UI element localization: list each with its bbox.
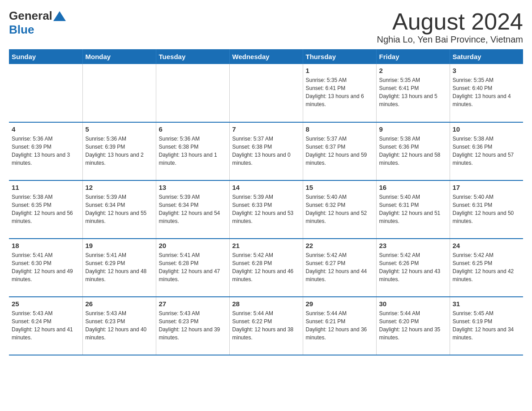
day-number: 24 — [453, 242, 521, 249]
day-number: 17 — [453, 184, 521, 191]
day-info: Sunrise: 5:42 AM Sunset: 6:27 PM Dayligh… — [306, 251, 373, 283]
day-info: Sunrise: 5:36 AM Sunset: 6:39 PM Dayligh… — [86, 135, 153, 167]
header-day-saturday: Saturday — [450, 49, 523, 64]
calendar-body: 1Sunrise: 5:35 AM Sunset: 6:41 PM Daylig… — [9, 64, 523, 355]
day-cell: 28Sunrise: 5:44 AM Sunset: 6:22 PM Dayli… — [229, 297, 303, 355]
day-cell: 19Sunrise: 5:41 AM Sunset: 6:29 PM Dayli… — [82, 239, 156, 297]
day-cell: 21Sunrise: 5:42 AM Sunset: 6:28 PM Dayli… — [229, 239, 303, 297]
day-number: 12 — [86, 184, 153, 191]
header: General Blue August 2024 Nghia Lo, Yen B… — [9, 9, 523, 45]
calendar-header: SundayMondayTuesdayWednesdayThursdayFrid… — [9, 49, 523, 64]
day-number: 10 — [453, 125, 521, 133]
day-number: 13 — [159, 184, 227, 191]
day-cell: 16Sunrise: 5:40 AM Sunset: 6:31 PM Dayli… — [376, 180, 450, 239]
header-row: SundayMondayTuesdayWednesdayThursdayFrid… — [9, 49, 523, 64]
header-day-monday: Monday — [82, 49, 156, 64]
day-info: Sunrise: 5:41 AM Sunset: 6:29 PM Dayligh… — [86, 251, 153, 283]
day-info: Sunrise: 5:35 AM Sunset: 6:41 PM Dayligh… — [306, 76, 373, 108]
day-number: 19 — [86, 242, 153, 249]
day-cell: 9Sunrise: 5:38 AM Sunset: 6:36 PM Daylig… — [376, 122, 450, 180]
day-info: Sunrise: 5:42 AM Sunset: 6:25 PM Dayligh… — [453, 251, 521, 283]
day-info: Sunrise: 5:44 AM Sunset: 6:21 PM Dayligh… — [306, 309, 373, 342]
day-cell: 22Sunrise: 5:42 AM Sunset: 6:27 PM Dayli… — [303, 239, 376, 297]
month-title: August 2024 — [377, 9, 523, 34]
day-info: Sunrise: 5:42 AM Sunset: 6:28 PM Dayligh… — [232, 251, 300, 283]
day-cell: 17Sunrise: 5:40 AM Sunset: 6:31 PM Dayli… — [450, 180, 523, 239]
day-info: Sunrise: 5:36 AM Sunset: 6:38 PM Dayligh… — [159, 135, 227, 167]
title-area: August 2024 Nghia Lo, Yen Bai Province, … — [377, 9, 523, 45]
day-cell: 1Sunrise: 5:35 AM Sunset: 6:41 PM Daylig… — [303, 64, 376, 122]
day-number: 1 — [306, 67, 373, 74]
day-cell: 31Sunrise: 5:45 AM Sunset: 6:19 PM Dayli… — [450, 297, 523, 355]
day-info: Sunrise: 5:35 AM Sunset: 6:41 PM Dayligh… — [379, 76, 447, 108]
day-cell: 26Sunrise: 5:43 AM Sunset: 6:23 PM Dayli… — [82, 297, 156, 355]
week-row-2: 4Sunrise: 5:36 AM Sunset: 6:39 PM Daylig… — [9, 122, 523, 180]
day-cell — [82, 64, 156, 122]
day-info: Sunrise: 5:43 AM Sunset: 6:23 PM Dayligh… — [159, 309, 227, 342]
day-info: Sunrise: 5:39 AM Sunset: 6:33 PM Dayligh… — [232, 193, 300, 225]
header-day-sunday: Sunday — [9, 49, 82, 64]
day-cell: 30Sunrise: 5:44 AM Sunset: 6:20 PM Dayli… — [376, 297, 450, 355]
header-day-thursday: Thursday — [303, 49, 376, 64]
day-cell: 25Sunrise: 5:43 AM Sunset: 6:24 PM Dayli… — [9, 297, 82, 355]
day-cell: 20Sunrise: 5:41 AM Sunset: 6:28 PM Dayli… — [156, 239, 229, 297]
day-cell: 8Sunrise: 5:37 AM Sunset: 6:37 PM Daylig… — [303, 122, 376, 180]
header-day-wednesday: Wednesday — [229, 49, 303, 64]
day-number: 8 — [306, 125, 373, 133]
logo-general-text: General — [9, 9, 52, 23]
day-cell: 18Sunrise: 5:41 AM Sunset: 6:30 PM Dayli… — [9, 239, 82, 297]
week-row-4: 18Sunrise: 5:41 AM Sunset: 6:30 PM Dayli… — [9, 239, 523, 297]
day-info: Sunrise: 5:38 AM Sunset: 6:35 PM Dayligh… — [12, 193, 80, 225]
day-number: 18 — [12, 242, 80, 249]
day-cell: 27Sunrise: 5:43 AM Sunset: 6:23 PM Dayli… — [156, 297, 229, 355]
day-number: 6 — [159, 125, 227, 133]
day-cell: 2Sunrise: 5:35 AM Sunset: 6:41 PM Daylig… — [376, 64, 450, 122]
day-info: Sunrise: 5:40 AM Sunset: 6:32 PM Dayligh… — [306, 193, 373, 225]
day-info: Sunrise: 5:43 AM Sunset: 6:24 PM Dayligh… — [12, 309, 80, 342]
day-info: Sunrise: 5:44 AM Sunset: 6:20 PM Dayligh… — [379, 309, 447, 342]
day-cell — [229, 64, 303, 122]
day-cell: 7Sunrise: 5:37 AM Sunset: 6:38 PM Daylig… — [229, 122, 303, 180]
day-cell — [156, 64, 229, 122]
day-info: Sunrise: 5:38 AM Sunset: 6:36 PM Dayligh… — [379, 135, 447, 167]
week-row-3: 11Sunrise: 5:38 AM Sunset: 6:35 PM Dayli… — [9, 180, 523, 239]
day-number: 31 — [453, 300, 521, 308]
day-cell: 12Sunrise: 5:39 AM Sunset: 6:34 PM Dayli… — [82, 180, 156, 239]
day-number: 25 — [12, 300, 80, 308]
day-info: Sunrise: 5:36 AM Sunset: 6:39 PM Dayligh… — [12, 135, 80, 167]
day-cell: 15Sunrise: 5:40 AM Sunset: 6:32 PM Dayli… — [303, 180, 376, 239]
day-info: Sunrise: 5:43 AM Sunset: 6:23 PM Dayligh… — [86, 309, 153, 342]
day-info: Sunrise: 5:45 AM Sunset: 6:19 PM Dayligh… — [453, 309, 521, 342]
day-cell: 10Sunrise: 5:38 AM Sunset: 6:36 PM Dayli… — [450, 122, 523, 180]
day-number: 3 — [453, 67, 521, 74]
day-info: Sunrise: 5:42 AM Sunset: 6:26 PM Dayligh… — [379, 251, 447, 283]
day-cell: 29Sunrise: 5:44 AM Sunset: 6:21 PM Dayli… — [303, 297, 376, 355]
day-info: Sunrise: 5:38 AM Sunset: 6:36 PM Dayligh… — [453, 135, 521, 167]
week-row-5: 25Sunrise: 5:43 AM Sunset: 6:24 PM Dayli… — [9, 297, 523, 355]
day-number: 14 — [232, 184, 300, 191]
day-info: Sunrise: 5:35 AM Sunset: 6:40 PM Dayligh… — [453, 76, 521, 108]
day-cell: 4Sunrise: 5:36 AM Sunset: 6:39 PM Daylig… — [9, 122, 82, 180]
day-number: 30 — [379, 300, 447, 308]
logo-triangle-icon — [53, 11, 66, 21]
day-number: 23 — [379, 242, 447, 249]
day-number: 9 — [379, 125, 447, 133]
day-info: Sunrise: 5:39 AM Sunset: 6:34 PM Dayligh… — [86, 193, 153, 225]
day-cell: 24Sunrise: 5:42 AM Sunset: 6:25 PM Dayli… — [450, 239, 523, 297]
day-number: 4 — [12, 125, 80, 133]
day-number: 29 — [306, 300, 373, 308]
day-cell: 3Sunrise: 5:35 AM Sunset: 6:40 PM Daylig… — [450, 64, 523, 122]
day-number: 16 — [379, 184, 447, 191]
logo-blue-part — [52, 11, 67, 21]
logo-blue-text: Blue — [9, 23, 34, 37]
day-number: 28 — [232, 300, 300, 308]
day-number: 21 — [232, 242, 300, 249]
header-day-friday: Friday — [376, 49, 450, 64]
day-number: 5 — [86, 125, 153, 133]
day-cell: 5Sunrise: 5:36 AM Sunset: 6:39 PM Daylig… — [82, 122, 156, 180]
day-info: Sunrise: 5:37 AM Sunset: 6:38 PM Dayligh… — [232, 135, 300, 167]
day-number: 27 — [159, 300, 227, 308]
day-number: 11 — [12, 184, 80, 191]
day-number: 20 — [159, 242, 227, 249]
day-cell: 14Sunrise: 5:39 AM Sunset: 6:33 PM Dayli… — [229, 180, 303, 239]
